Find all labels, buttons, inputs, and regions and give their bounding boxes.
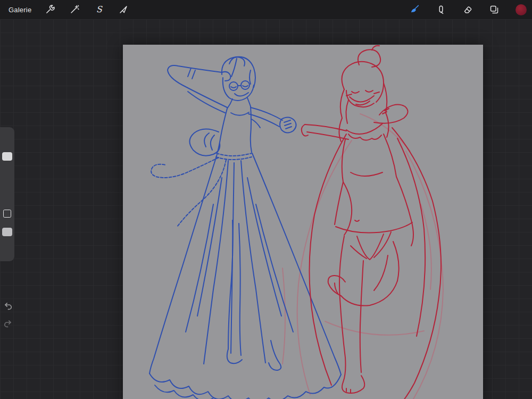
gallery-button[interactable]: Galerie bbox=[9, 6, 31, 14]
smudge-icon bbox=[436, 5, 446, 14]
layers-icon bbox=[489, 5, 499, 14]
toolbar-left-group: Galerie S bbox=[0, 4, 129, 15]
adjustments-button[interactable] bbox=[69, 4, 80, 15]
wrench-icon bbox=[45, 5, 55, 14]
paint-button[interactable] bbox=[409, 4, 420, 15]
modify-button[interactable] bbox=[3, 210, 11, 218]
erase-button[interactable] bbox=[462, 4, 473, 15]
eraser-icon bbox=[463, 5, 472, 14]
workspace-background bbox=[0, 19, 532, 399]
transform-arrow-icon bbox=[119, 5, 128, 14]
toolbar-right-group bbox=[409, 4, 532, 15]
smudge-button[interactable] bbox=[435, 4, 447, 15]
actions-button[interactable] bbox=[44, 4, 56, 15]
redo-icon bbox=[3, 318, 13, 329]
transform-button[interactable] bbox=[118, 4, 129, 15]
brush-sidebar bbox=[0, 127, 14, 261]
color-button[interactable] bbox=[515, 4, 527, 15]
selection-button[interactable]: S bbox=[93, 4, 105, 15]
undo-icon bbox=[3, 301, 13, 311]
layers-button[interactable] bbox=[488, 4, 500, 15]
brush-size-slider[interactable] bbox=[2, 152, 12, 161]
color-swatch bbox=[516, 4, 527, 15]
redo-button[interactable] bbox=[2, 318, 14, 329]
top-toolbar: Galerie S bbox=[0, 0, 532, 19]
magic-wand-icon bbox=[70, 5, 79, 14]
undo-button[interactable] bbox=[2, 300, 14, 312]
opacity-slider[interactable] bbox=[2, 228, 12, 236]
sketch-artwork bbox=[123, 45, 483, 399]
brush-icon bbox=[409, 4, 420, 15]
drawing-canvas[interactable] bbox=[123, 45, 483, 399]
selection-s-icon: S bbox=[96, 5, 102, 14]
